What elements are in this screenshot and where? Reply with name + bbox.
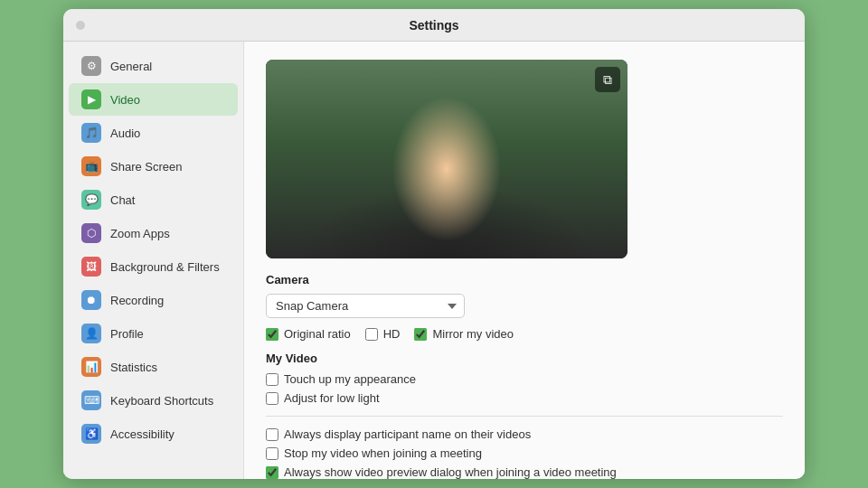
sidebar-item-label-bgfilters: Background & Filters xyxy=(110,260,220,274)
camera-select[interactable]: Snap Camera xyxy=(266,294,465,318)
titlebar: Settings xyxy=(63,9,805,42)
sidebar-item-label-audio: Audio xyxy=(110,127,140,140)
hd-checkbox[interactable] xyxy=(365,328,378,341)
sidebar-item-label-profile: Profile xyxy=(110,327,144,341)
camera-select-row: Snap Camera xyxy=(266,294,783,318)
zoomapps-icon: ⬡ xyxy=(81,223,101,243)
sidebar-item-chat[interactable]: 💬Chat xyxy=(69,183,238,216)
audio-icon: 🎵 xyxy=(81,123,101,143)
original-ratio-row: Original ratio HD Mirror my video xyxy=(266,327,783,341)
always-show-preview-checkbox[interactable] xyxy=(266,466,278,479)
my-video-label: My Video xyxy=(266,352,783,365)
options-section: Always display participant name on their… xyxy=(266,427,783,479)
sidebar-item-zoomapps[interactable]: ⬡Zoom Apps xyxy=(69,217,238,249)
touch-up-row: Touch up my appearance xyxy=(266,372,783,386)
mirror-checkbox[interactable] xyxy=(414,328,427,341)
original-ratio-label: Original ratio xyxy=(284,327,351,341)
stop-video-checkbox[interactable] xyxy=(266,447,278,460)
accessibility-icon: ♿ xyxy=(81,424,101,444)
statistics-icon: 📊 xyxy=(81,357,101,377)
always-display-label: Always display participant name on their… xyxy=(284,427,531,441)
always-display-checkbox[interactable] xyxy=(266,428,278,441)
copy-view-button[interactable]: ⧉ xyxy=(595,67,620,92)
hd-label: HD xyxy=(383,327,401,341)
camera-preview: ⧉ xyxy=(266,60,627,258)
window-title: Settings xyxy=(409,18,458,33)
sidebar-item-label-zoomapps: Zoom Apps xyxy=(110,227,170,240)
sidebar-item-label-statistics: Statistics xyxy=(110,361,157,374)
sidebar-item-label-sharescreen: Share Screen xyxy=(110,160,183,174)
sidebar-item-label-accessibility: Accessibility xyxy=(110,427,175,441)
sidebar-item-audio[interactable]: 🎵Audio xyxy=(69,117,238,149)
general-icon: ⚙ xyxy=(81,56,101,76)
original-ratio-checkbox[interactable] xyxy=(266,328,278,341)
chat-icon: 💬 xyxy=(81,190,101,210)
sidebar-item-accessibility[interactable]: ♿Accessibility xyxy=(69,418,238,450)
camera-section-label: Camera xyxy=(266,273,783,286)
touch-up-checkbox[interactable] xyxy=(266,373,278,386)
stop-video-row: Stop my video when joining a meeting xyxy=(266,446,783,460)
touch-up-label: Touch up my appearance xyxy=(284,372,416,386)
sidebar-item-video[interactable]: ▶Video xyxy=(69,83,238,116)
sidebar-item-general[interactable]: ⚙General xyxy=(69,50,238,82)
titlebar-dot xyxy=(76,21,85,30)
sharescreen-icon: 📺 xyxy=(81,156,101,176)
camera-person-image xyxy=(266,60,627,258)
sidebar-item-label-keyboard: Keyboard Shortcuts xyxy=(110,394,213,408)
sidebar: ⚙General▶Video🎵Audio📺Share Screen💬Chat⬡Z… xyxy=(63,42,244,479)
sidebar-item-recording[interactable]: ⏺Recording xyxy=(69,284,238,316)
always-display-row: Always display participant name on their… xyxy=(266,427,783,441)
mirror-label: Mirror my video xyxy=(432,327,514,341)
recording-icon: ⏺ xyxy=(81,290,101,310)
sidebar-item-keyboard[interactable]: ⌨Keyboard Shortcuts xyxy=(69,384,238,417)
sidebar-item-sharescreen[interactable]: 📺Share Screen xyxy=(69,150,238,183)
always-show-preview-label: Always show video preview dialog when jo… xyxy=(284,465,617,479)
low-light-row: Adjust for low light xyxy=(266,391,783,405)
main-panel: ⧉ Camera Snap Camera Original ratio HD M… xyxy=(244,42,805,479)
always-show-preview-row: Always show video preview dialog when jo… xyxy=(266,465,783,479)
divider xyxy=(266,416,783,417)
sidebar-item-statistics[interactable]: 📊Statistics xyxy=(69,351,238,383)
video-icon: ▶ xyxy=(81,89,101,109)
sidebar-item-label-recording: Recording xyxy=(110,294,164,307)
stop-video-label: Stop my video when joining a meeting xyxy=(284,446,482,460)
bgfilters-icon: 🖼 xyxy=(81,257,101,277)
sidebar-item-bgfilters[interactable]: 🖼Background & Filters xyxy=(69,250,238,283)
keyboard-icon: ⌨ xyxy=(81,390,101,410)
low-light-checkbox[interactable] xyxy=(266,392,278,405)
main-content: ⚙General▶Video🎵Audio📺Share Screen💬Chat⬡Z… xyxy=(63,42,805,479)
settings-window: Settings ⚙General▶Video🎵Audio📺Share Scre… xyxy=(63,9,805,479)
low-light-label: Adjust for low light xyxy=(284,391,380,405)
sidebar-item-label-general: General xyxy=(110,60,152,73)
profile-icon: 👤 xyxy=(81,324,101,343)
sidebar-item-profile[interactable]: 👤Profile xyxy=(69,317,238,350)
sidebar-item-label-video: Video xyxy=(110,93,140,107)
sidebar-item-label-chat: Chat xyxy=(110,193,135,207)
